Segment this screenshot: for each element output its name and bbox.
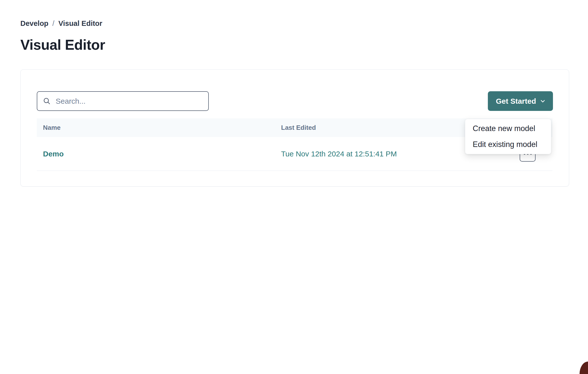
search-input[interactable]: [56, 97, 203, 105]
menu-item-create-new-model[interactable]: Create new model: [465, 121, 551, 137]
page: Develop / Visual Editor Visual Editor Ge…: [0, 0, 588, 187]
corner-accent-shape: [580, 362, 588, 374]
toolbar: Get Started: [37, 91, 553, 111]
search-box: [37, 91, 209, 111]
breadcrumb-item-develop[interactable]: Develop: [20, 19, 48, 28]
search-icon: [43, 97, 51, 105]
model-name-cell: Demo: [37, 150, 281, 158]
breadcrumb-separator: /: [52, 19, 54, 28]
chevron-down-icon: [540, 98, 546, 104]
model-name-link[interactable]: Demo: [43, 150, 64, 158]
menu-item-edit-existing-model[interactable]: Edit existing model: [465, 137, 551, 152]
column-header-name: Name: [37, 124, 281, 132]
breadcrumb-item-visual-editor: Visual Editor: [58, 19, 102, 28]
page-title: Visual Editor: [20, 37, 568, 53]
get-started-button[interactable]: Get Started: [488, 91, 553, 111]
breadcrumb: Develop / Visual Editor: [20, 19, 568, 28]
get-started-dropdown-menu: Create new model Edit existing model: [465, 119, 551, 154]
get-started-label: Get Started: [496, 97, 536, 105]
